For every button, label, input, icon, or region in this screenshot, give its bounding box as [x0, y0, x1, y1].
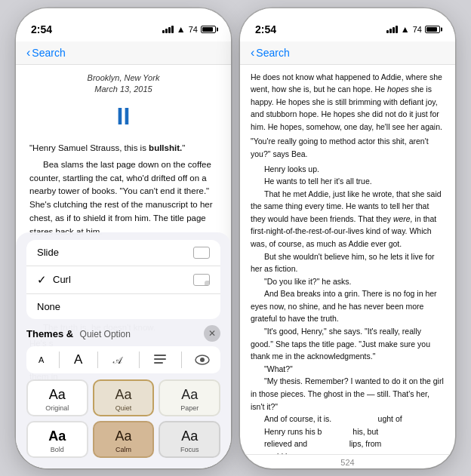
battery-fill-right: [426, 27, 437, 32]
svg-point-5: [200, 358, 205, 362]
none-label: None: [37, 301, 60, 312]
r-para-11: And of course, it is. ught of: [251, 413, 445, 425]
theme-quiet-aa: Aa: [115, 387, 131, 403]
svg-rect-2: [154, 358, 166, 360]
transition-none[interactable]: None: [26, 294, 220, 319]
chapter-header: Brooklyn, New YorkMarch 13, 2015 II: [29, 72, 217, 136]
theme-focus-inner: Aa Focus: [160, 422, 219, 456]
font-style-icon: 𝒜: [112, 353, 125, 367]
signal-icon: [162, 26, 174, 33]
font-list-button[interactable]: [149, 351, 171, 369]
theme-calm-aa: Aa: [115, 428, 131, 444]
signal-bar-r3: [392, 27, 395, 33]
font-decrease-button[interactable]: A: [34, 354, 48, 366]
transition-slide[interactable]: Slide: [26, 240, 220, 266]
themes-header-row: Themes & Quiet Option ✕: [26, 325, 220, 342]
theme-quiet[interactable]: Aa Quiet: [93, 379, 155, 416]
theme-original-label: Original: [45, 404, 69, 412]
theme-bold-inner: Aa Bold: [28, 422, 87, 456]
themes-grid: Aa Original Aa Quiet Aa: [26, 379, 220, 458]
signal-bar-r2: [389, 29, 392, 33]
transition-curl[interactable]: ✓ Curl: [26, 266, 220, 294]
wifi-icon: ▲: [177, 24, 186, 35]
chapter-location: Brooklyn, New YorkMarch 13, 2015: [29, 72, 217, 96]
phone-right: 2:54 ▲ 74 ‹: [240, 8, 455, 468]
theme-bold[interactable]: Aa Bold: [26, 421, 88, 458]
themes-header: Themes & Quiet Option: [26, 327, 131, 340]
time-left: 2:54: [31, 23, 52, 35]
themes-subtitle: Quiet Option: [80, 329, 131, 339]
phones-container: 2:54 ▲ 74 ‹: [16, 8, 455, 468]
font-style-button[interactable]: 𝒜: [108, 351, 129, 369]
signal-bar-4: [171, 26, 174, 33]
r-para-7: And Bea breaks into a grin. There is no …: [251, 287, 445, 325]
r-para-1: "You're really going to method actor thi…: [251, 135, 445, 160]
theme-paper[interactable]: Aa Paper: [159, 379, 220, 416]
theme-paper-label: Paper: [180, 404, 199, 412]
transition-row: Slide ✓ Curl None: [26, 240, 220, 319]
page-number-bar: 524: [240, 454, 455, 468]
r-para-5: But she wouldn't believe him, so he lets…: [251, 250, 445, 275]
divider-4: [181, 352, 182, 368]
signal-bar-1: [162, 30, 165, 33]
back-label-left: Search: [32, 47, 65, 59]
curl-label: Curl: [53, 274, 193, 285]
list-icon: [154, 355, 166, 365]
theme-calm-label: Calm: [115, 446, 131, 453]
eye-button[interactable]: [192, 351, 213, 369]
chevron-left-icon: ‹: [26, 46, 30, 60]
theme-original[interactable]: Aa Original: [26, 379, 88, 416]
close-button[interactable]: ✕: [204, 325, 220, 342]
svg-rect-3: [154, 362, 163, 364]
battery-fill: [202, 27, 213, 32]
r-para-9: "What?": [251, 363, 445, 376]
theme-quiet-label: Quiet: [115, 404, 132, 412]
chevron-left-icon-right: ‹: [251, 46, 254, 60]
slide-label: Slide: [37, 247, 59, 258]
themes-title: Themes &: [26, 328, 73, 339]
back-label-right: Search: [256, 47, 289, 59]
theme-focus-label: Focus: [180, 446, 199, 453]
theme-original-aa: Aa: [49, 387, 66, 403]
theme-focus[interactable]: Aa Focus: [159, 421, 220, 458]
check-icon: ✓: [37, 273, 47, 287]
r-para-13: relieved and lips, from: [251, 438, 445, 450]
slide-icon: [193, 247, 210, 259]
theme-calm[interactable]: Aa Calm: [93, 421, 155, 458]
r-para-3: He wants to tell her it's all true.: [251, 175, 445, 188]
font-controls-row: A A 𝒜: [26, 346, 220, 373]
r-para-8: "It's good, Henry," she says. "It's real…: [251, 325, 445, 363]
divider-1: [59, 352, 60, 368]
theme-quiet-inner: Aa Quiet: [94, 381, 153, 415]
theme-bold-label: Bold: [51, 446, 64, 453]
signal-bar-r4: [396, 26, 398, 33]
r-para-2: Henry looks up.: [251, 163, 445, 176]
theme-calm-inner: Aa Calm: [94, 422, 153, 456]
signal-bar-r1: [386, 30, 389, 33]
status-bar-right: 2:54 ▲ 74: [240, 8, 455, 41]
svg-text:𝒜: 𝒜: [112, 355, 124, 366]
back-button-left[interactable]: ‹ Search: [26, 46, 66, 60]
theme-original-inner: Aa Original: [28, 381, 87, 415]
signal-bar-3: [168, 27, 171, 33]
svg-rect-1: [154, 355, 166, 356]
para-0: "Henry Samuel Strauss, this is bullshit.…: [29, 142, 217, 155]
eye-icon: [195, 355, 210, 365]
page-number: 524: [340, 458, 354, 467]
phone-left: 2:54 ▲ 74 ‹: [16, 8, 231, 468]
theme-bold-aa: Aa: [48, 428, 66, 444]
curl-icon: [193, 274, 210, 286]
font-increase-button[interactable]: A: [69, 351, 87, 369]
status-icons-left: ▲ 74: [162, 24, 216, 35]
chapter-numeral: II: [29, 98, 217, 136]
wifi-icon-right: ▲: [401, 24, 410, 35]
r-para-4: That he met Addie, just like he wrote, t…: [251, 188, 445, 250]
nav-bar-left: ‹ Search: [16, 41, 231, 65]
divider-3: [139, 352, 140, 368]
overlay-panel: Slide ✓ Curl None Themes &: [16, 232, 231, 468]
back-button-right[interactable]: ‹ Search: [251, 46, 290, 60]
time-right: 2:54: [255, 23, 276, 35]
status-bar-left: 2:54 ▲ 74: [16, 8, 231, 41]
theme-paper-aa: Aa: [181, 387, 198, 403]
battery-icon: [201, 26, 216, 33]
